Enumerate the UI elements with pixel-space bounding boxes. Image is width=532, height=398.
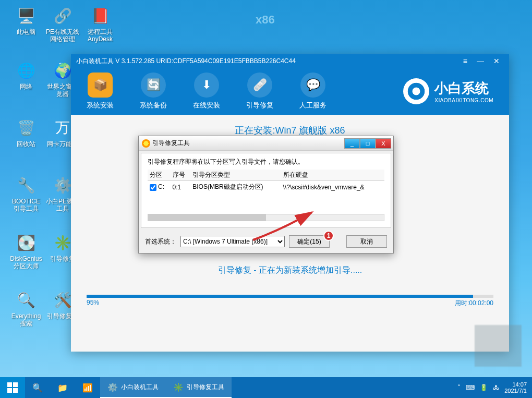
dialog-message: 引导修复程序即将在以下分区写入引导文件，请您确认。 [148, 158, 384, 166]
elapsed-time: 用时:00:02:00 [455, 299, 493, 308]
toolbar-item[interactable]: 🔄系统备份 [135, 73, 172, 110]
dialog-minimize-button[interactable]: _ [344, 138, 360, 149]
app-icon: 🔧 [16, 175, 37, 196]
taskbar-app[interactable]: ⚙️小白装机工具 [100, 377, 166, 398]
explorer-icon: 📁 [57, 382, 68, 393]
toolbar-label: 系统安装 [81, 101, 119, 110]
desktop-icon[interactable]: 📕远程工具AnyDesk [83, 5, 117, 43]
horizontal-scrollbar[interactable] [148, 214, 384, 221]
icon-label: DiskGenius分区大师 [9, 255, 43, 270]
cell-partition: C: [158, 183, 164, 190]
progress-bar [87, 295, 493, 298]
brand-logo-icon [403, 78, 429, 104]
toolbar-icon: ⬇ [194, 73, 219, 98]
progress-section: 95% 用时:00:02:00 [87, 295, 493, 308]
toolbar-icon: 📦 [88, 73, 113, 98]
brand-url: XIAOBAIXITONG.COM [434, 98, 493, 103]
boot-repair-dialog: 引导修复工具 _ □ X 引导修复程序即将在以下分区写入引导文件，请您确认。 分… [138, 136, 394, 254]
cell-index: 0:1 [171, 181, 191, 194]
desktop-icon[interactable]: 🌐网络 [9, 60, 43, 90]
taskbar-quick-3[interactable]: 📶 [75, 377, 100, 398]
app-icon: 🖥️ [16, 5, 37, 26]
desktop-icon[interactable]: 🔧BOOTICE引导工具 [9, 175, 43, 213]
app-icon: ⚙️ [107, 382, 118, 392]
app-icon: 🔗 [52, 5, 73, 26]
progress-percent: 95% [87, 299, 99, 308]
desktop-icon[interactable]: 🗑️回收站 [9, 117, 43, 148]
preferred-system-label: 首选系统： [145, 237, 176, 246]
system-tray: ˄ ⌨ 🔋 🖧 14:07 2021/7/1 [457, 381, 532, 394]
window-controls: ≡ — ✕ [463, 57, 504, 65]
brand: 小白系统 XIAOBAIXITONG.COM [403, 78, 493, 104]
app-icon: 🗑️ [16, 117, 37, 138]
partition-table: 分区 序号 引导分区类型 所在硬盘 C: 0:1 BIOS(MBR磁盘启动分区)… [148, 170, 384, 193]
dialog-controls: _ □ X [344, 138, 391, 149]
table-row[interactable]: C: 0:1 BIOS(MBR磁盘启动分区) \\?\scsi#disk&ven… [148, 181, 384, 194]
dialog-close-button[interactable]: X [376, 138, 391, 149]
app-icon: 💽 [16, 232, 37, 253]
toolbar-label: 人工服务 [294, 101, 332, 110]
app-icon: 🛠️ [52, 290, 73, 310]
desktop-icon[interactable]: 💽DiskGenius分区大师 [9, 232, 43, 270]
status-text: 引导修复 - 正在为新装系统增加引导..... [87, 265, 493, 276]
menu-icon[interactable]: ≡ [463, 57, 467, 65]
col-index[interactable]: 序号 [171, 170, 191, 181]
taskbar-quick-2[interactable]: 📁 [50, 377, 75, 398]
app-icon: ✳️ [52, 232, 73, 253]
cell-disk: \\?\scsi#disk&ven_vmware_& [281, 181, 384, 194]
desktop-icon[interactable]: 🔍Everything搜索 [9, 290, 43, 328]
toolbar-icon: 🩹 [247, 73, 272, 98]
dialog-footer: 首选系统： C:\ [Windows 7 Ultimate (x86)] 确定(… [139, 230, 393, 253]
toolbar-label: 在线安装 [188, 101, 225, 110]
icon-label: Everything搜索 [9, 312, 43, 328]
partition-checkbox[interactable] [150, 184, 156, 191]
taskbar-clock[interactable]: 14:07 2021/7/1 [504, 381, 527, 394]
svg-rect-2 [7, 388, 12, 393]
toolbar-icon: 🔄 [141, 73, 166, 98]
toolbar-label: 引导修复 [241, 101, 279, 110]
app-icon: 🔍 [16, 290, 37, 310]
svg-rect-1 [13, 382, 18, 387]
app-icon: 🌐 [16, 60, 37, 81]
app-icon: ⚙️ [52, 175, 73, 196]
desktop-icon[interactable]: 🖥️此电脑 [9, 5, 43, 35]
cancel-button[interactable]: 取消 [346, 235, 387, 248]
icon-label: 网络 [9, 83, 43, 90]
toolbar-item[interactable]: 🩹引导修复 [241, 73, 279, 110]
dialog-title: 引导修复工具 [152, 139, 344, 148]
tray-up-icon[interactable]: ˄ [457, 384, 461, 391]
taskbar-app[interactable]: ✳️引导修复工具 [166, 377, 232, 398]
start-button[interactable] [0, 377, 25, 398]
dialog-titlebar[interactable]: 引导修复工具 _ □ X [139, 136, 393, 151]
toolbar-item[interactable]: 📦系统安装 [81, 73, 119, 110]
app-label: 小白装机工具 [121, 383, 159, 392]
ok-button[interactable]: 确定(15) [289, 235, 330, 248]
window-titlebar: 小白装机工具 V 3.1.572.285 URID:CDFF5A594C09E1… [71, 54, 509, 68]
toolbar-icon: 💬 [300, 73, 325, 98]
col-type[interactable]: 引导分区类型 [190, 170, 281, 181]
svg-rect-3 [13, 388, 18, 393]
app-label: 引导修复工具 [187, 383, 224, 392]
desktop-icon[interactable]: 🔗PE有线无线网络管理 [46, 5, 79, 43]
tray-keyboard-icon[interactable]: ⌨ [466, 384, 475, 391]
blurred-region [475, 325, 522, 367]
app-icon: ✳️ [173, 382, 184, 392]
col-disk[interactable]: 所在硬盘 [281, 170, 384, 181]
toolbar-label: 系统备份 [135, 101, 172, 110]
taskbar-quick-1[interactable]: 🔍 [25, 377, 50, 398]
toolbar-item[interactable]: ⬇在线安装 [188, 73, 225, 110]
tray-network-icon[interactable]: 🖧 [493, 384, 499, 391]
window-title: 小白装机工具 V 3.1.572.285 URID:CDFF5A594C09E1… [76, 57, 463, 66]
toolbar-item[interactable]: 💬人工服务 [294, 73, 332, 110]
tray-battery-icon[interactable]: 🔋 [480, 384, 488, 391]
icon-label: 此电脑 [9, 28, 43, 35]
close-icon[interactable]: ✕ [493, 57, 500, 65]
minimize-icon[interactable]: — [477, 57, 484, 65]
wifi-icon: 📶 [82, 382, 93, 393]
brand-name: 小白系统 [434, 79, 493, 98]
col-partition[interactable]: 分区 [148, 170, 171, 181]
preferred-system-select[interactable]: C:\ [Windows 7 Ultimate (x86)] [180, 236, 285, 247]
dialog-maximize-button[interactable]: □ [360, 138, 376, 149]
cell-type: BIOS(MBR磁盘启动分区) [190, 181, 281, 194]
taskbar: 🔍 📁 📶 ⚙️小白装机工具✳️引导修复工具 ˄ ⌨ 🔋 🖧 14:07 202… [0, 377, 532, 398]
